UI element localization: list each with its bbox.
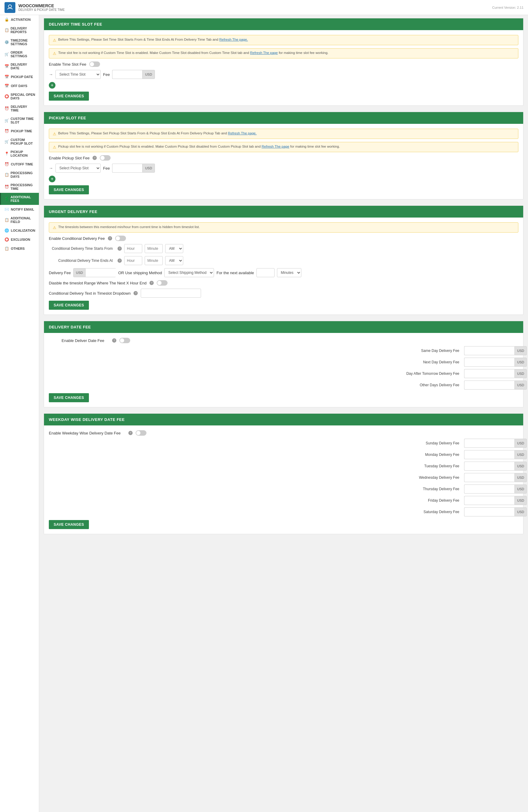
urgent-delivery-save-button[interactable]: SAVE CHANGES	[49, 301, 89, 310]
sidebar-item-processing-time[interactable]: ⏰ PROCESSING TIME	[0, 181, 39, 193]
day-after-fee-label: Day After Tomorrow Delivery Fee	[49, 372, 464, 376]
sidebar-label-processing-days: PROCESSING DAYS	[11, 171, 35, 178]
disable-range-help-icon[interactable]: ?	[149, 281, 154, 285]
add-pickup-slot-button[interactable]: +	[49, 176, 55, 182]
delivery-time-alert-1: ⚠ Before This Settings, Please Set Time …	[49, 35, 518, 45]
enable-conditional-fee-toggle[interactable]	[115, 236, 126, 241]
select-pickup-slot-dropdown[interactable]: Select Pickup Slot	[55, 164, 101, 173]
sidebar-item-custom-pickup-slot[interactable]: 🛒 CUSTOM PICKUP SLOT	[0, 135, 39, 148]
same-day-fee-input[interactable]	[464, 346, 514, 355]
select-shipping-method-dropdown[interactable]: Select Shipping Method	[164, 268, 214, 277]
select-time-slot-dropdown[interactable]: Select Time Slot	[55, 70, 101, 79]
sunday-fee-input-group: USD	[464, 439, 518, 448]
sidebar-item-pickup-location[interactable]: 📍 PICKUP LOCATION	[0, 148, 39, 160]
sidebar-item-delivery-reports[interactable]: 📋 DELIVERY REPORTS	[0, 24, 39, 36]
disable-range-toggle[interactable]	[157, 280, 168, 286]
tuesday-fee-input-group: USD	[464, 462, 518, 470]
wednesday-fee-label: Wednesday Delivery Fee	[49, 476, 464, 480]
enable-delivery-date-fee-row: Enable Deliver Date Fee ?	[49, 338, 518, 343]
delivery-date-fee-save-button[interactable]: SAVE CHANGES	[49, 393, 89, 402]
sidebar-item-order-settings[interactable]: 🛒 ORDER SETTINGS	[0, 48, 39, 60]
ends-at-ampm-select[interactable]: AM PM	[165, 256, 183, 265]
urgent-delivery-fee-body: ⚠ The timeslots between this mentioned m…	[44, 218, 523, 315]
sidebar-label-custom-time-slot: CUSTOM TIME SLOT	[11, 117, 35, 124]
sidebar-item-special-open-days[interactable]: ⭕ SPECIAL OPEN DAYS	[0, 90, 39, 102]
sidebar-label-order: ORDER SETTINGS	[11, 50, 35, 58]
next-available-input[interactable]	[256, 268, 274, 277]
sidebar-item-exclusion[interactable]: ⭕ EXCLUSION	[0, 235, 39, 244]
pickup-slot-fee-input[interactable]	[112, 164, 142, 173]
sidebar-item-additional-fees[interactable]: 💲 ADDITIONAL FEES	[0, 193, 39, 205]
pickup-slot-fee-section: PICKUP SLOT FEE ⚠ Before This Settings, …	[44, 112, 524, 200]
sunday-fee-input[interactable]	[464, 439, 514, 448]
saturday-currency: USD	[514, 507, 527, 517]
starts-from-help-icon[interactable]: ?	[117, 246, 122, 251]
minutes-hours-select[interactable]: Minutes Hours	[277, 268, 301, 277]
sidebar-item-activation[interactable]: 🔒 ACTIVATION	[0, 15, 39, 24]
time-slot-fee-input[interactable]	[112, 70, 142, 79]
warning-icon-4: ⚠	[53, 145, 56, 149]
sidebar-item-timezone-settings[interactable]: ⚙️ TIMEZONE SETTINGS	[0, 36, 39, 48]
other-days-fee-input[interactable]	[464, 380, 514, 390]
saturday-fee-input[interactable]	[464, 507, 514, 517]
enable-delivery-date-fee-toggle[interactable]	[119, 338, 130, 343]
enable-delivery-date-fee-label: Enable Deliver Date Fee	[49, 338, 109, 343]
monday-fee-row: Monday Delivery Fee USD	[49, 450, 518, 459]
conditional-text-help-icon[interactable]: ?	[133, 291, 138, 295]
pickup-slot-fee-header: PICKUP SLOT FEE	[44, 112, 523, 124]
delivery-time-slot-save-button[interactable]: SAVE CHANGES	[49, 91, 89, 101]
friday-currency: USD	[514, 496, 527, 505]
sidebar-item-delivery-date[interactable]: 📅 DELIVERY DATE	[0, 60, 39, 72]
sidebar-item-processing-days[interactable]: 📋 PROCESSING DAYS	[0, 169, 39, 181]
field-icon: 📋	[4, 218, 9, 222]
sidebar-item-off-days[interactable]: 📅 OFF DAYS	[0, 81, 39, 90]
monday-fee-input[interactable]	[464, 450, 514, 459]
app-header: WOOCOMMERCE DELIVERY & PICKUP DATE TIME …	[0, 0, 528, 15]
weekday-fee-save-button[interactable]: SAVE CHANGES	[49, 520, 89, 529]
friday-fee-input[interactable]	[464, 496, 514, 505]
wednesday-fee-input[interactable]	[464, 473, 514, 482]
same-day-fee-row: Same Day Delivery Fee USD	[49, 346, 518, 355]
starts-from-minute-input[interactable]	[145, 244, 163, 253]
lock-icon: 🔒	[4, 17, 9, 22]
sidebar-item-notify-email[interactable]: ✉️ NOTIFY EMAIL	[0, 205, 39, 214]
refresh-link-1[interactable]: Refresh The page.	[219, 38, 248, 41]
refresh-link-2[interactable]: Refresh The page	[250, 51, 278, 55]
pickup-refresh-link-1[interactable]: Refresh The page.	[228, 131, 256, 135]
weekday-fee-help-icon[interactable]: ?	[128, 431, 133, 435]
urgent-currency: USD	[73, 268, 86, 277]
ends-at-help-icon[interactable]: ?	[117, 259, 122, 263]
sidebar-item-others[interactable]: 📋 OTHERS	[0, 244, 39, 253]
starts-from-ampm-select[interactable]: AM PM	[165, 244, 183, 253]
sidebar-item-delivery-time[interactable]: ⏰ DELIVERY TIME	[0, 102, 39, 115]
sidebar-item-additional-field[interactable]: 📋 ADDITIONAL FIELD	[0, 214, 39, 226]
next-day-fee-input[interactable]	[464, 358, 514, 367]
pickup-refresh-link-2[interactable]: Refresh The page	[261, 145, 289, 148]
sidebar-label-pickup-location: PICKUP LOCATION	[11, 150, 35, 157]
sidebar-item-localization[interactable]: 🌐 LOCALIZATION	[0, 226, 39, 235]
monday-currency: USD	[514, 450, 527, 459]
sidebar-item-cutoff-time[interactable]: ⏰ CUTOFF TIME	[0, 160, 39, 169]
sidebar-item-custom-time-slot[interactable]: 🛒 CUSTOM TIME SLOT	[0, 115, 39, 127]
sidebar-item-pickup-date[interactable]: 📅 PICKUP DATE	[0, 72, 39, 81]
conditional-fee-help-icon[interactable]: ?	[108, 236, 112, 241]
tuesday-fee-input[interactable]	[464, 462, 514, 470]
ends-at-hour-input[interactable]	[124, 256, 142, 265]
thursday-fee-input[interactable]	[464, 484, 514, 494]
enable-time-slot-fee-toggle[interactable]	[89, 61, 100, 67]
pickup-slot-save-button[interactable]: SAVE CHANGES	[49, 185, 89, 194]
cart-icon: 🛒	[4, 52, 9, 56]
starts-from-hour-input[interactable]	[124, 244, 142, 253]
day-after-fee-input[interactable]	[464, 369, 514, 378]
ends-at-label: Conditional Delivery Time Ends At	[49, 259, 115, 263]
enable-weekday-fee-toggle[interactable]	[135, 430, 146, 436]
sidebar-item-pickup-time[interactable]: ⏰ PICKUP TIME	[0, 127, 39, 135]
conditional-text-input[interactable]	[141, 289, 201, 298]
enable-pickup-slot-fee-toggle[interactable]	[100, 155, 111, 161]
add-time-slot-button[interactable]: +	[49, 82, 55, 89]
pickup-slot-help-icon[interactable]: ?	[92, 156, 97, 160]
delivery-date-fee-help-icon[interactable]: ?	[112, 338, 116, 343]
main-content: DELIVERY TIME SLOT FEE ⚠ Before This Set…	[39, 0, 528, 549]
ends-at-minute-input[interactable]	[145, 256, 163, 265]
urgent-fee-amount-input[interactable]	[86, 268, 116, 277]
